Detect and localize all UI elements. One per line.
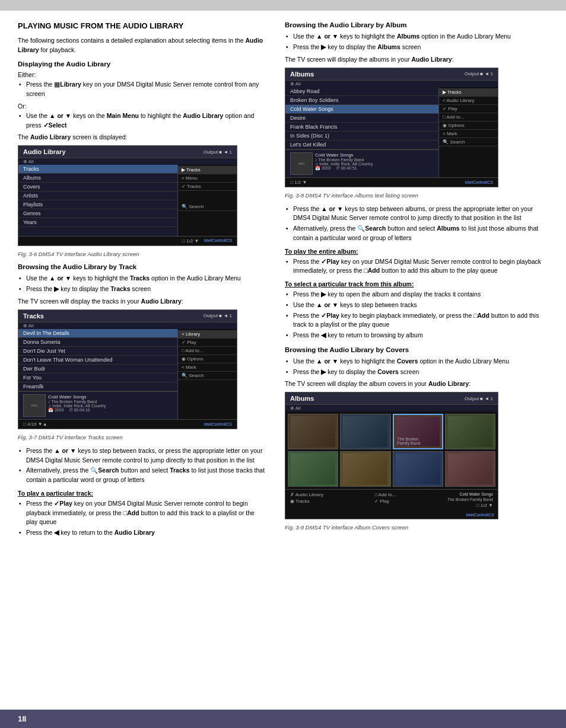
list-item: Alternatively, press the 🔍Search button … — [285, 224, 548, 243]
list-item[interactable]: Broken Boy Soldiers — [285, 96, 438, 105]
list-item[interactable]: Albums — [18, 174, 177, 183]
screen3-title: Albums — [290, 71, 314, 78]
fig1-caption: Fig. 3-6 DMS4 TV interface Audio Library… — [18, 251, 267, 257]
sidebar-item[interactable]: ◉ Options — [439, 122, 498, 130]
list-item: Press the ▶ key to display the Albums sc… — [285, 43, 548, 52]
list-item[interactable]: For You — [18, 373, 177, 382]
covers-section-title: Browsing the Audio Library by Covers — [285, 346, 548, 353]
sidebar-item[interactable]: < Menu — [178, 174, 237, 183]
covers-footer: ✗ Audio Library ◉ Tracks □ Add to... ✓ P… — [285, 489, 498, 510]
sidebar-item[interactable]: < Library — [178, 330, 237, 339]
sidebar-item[interactable]: < Mark — [178, 363, 237, 372]
list-item[interactable]: Abbey Road — [285, 87, 438, 96]
sidebar-item[interactable]: ▶ Tracks — [439, 88, 498, 97]
screen2-footer: □ 4/16 ▼▲ IntelControlICS — [18, 419, 237, 429]
list-item[interactable]: Desire — [285, 114, 438, 123]
list-item[interactable]: Covers — [18, 183, 177, 191]
sidebar-item[interactable]: ✓ Play — [439, 105, 498, 113]
screen1-sidebar: ▶ Tracks < Menu ✓ Tracks 🔍 Search — [177, 165, 237, 236]
list-item: Press the ▶ key to open the album and di… — [285, 290, 548, 299]
cover-item[interactable] — [288, 414, 338, 449]
list-item[interactable]: Playlists — [18, 200, 177, 209]
section-intro: The following sections contains a detail… — [18, 36, 267, 55]
albums-screen: Albums Output ■ ◄ 1 ⊕ All Abbey Road Bro… — [285, 68, 498, 187]
list-item: Press the ✓Play key on your DMS4 Digital… — [18, 499, 267, 527]
screen4-output: Output ■ ◄ 1 — [465, 396, 493, 401]
cover-item[interactable] — [445, 414, 495, 449]
list-item[interactable]: Years — [18, 218, 177, 227]
list-item[interactable]: Freamilk — [18, 382, 177, 391]
sidebar-item[interactable]: < Audio Library — [439, 97, 498, 105]
sidebar-item[interactable]: ◉ Options — [178, 355, 237, 363]
footer-item[interactable]: ✗ Audio Library — [290, 492, 323, 497]
screen3-footer: □ 1/2 ▼ IntelControlICS — [285, 177, 498, 187]
page-footer: 18 — [0, 710, 566, 728]
list-item[interactable]: Cold Water Songs — [285, 105, 438, 114]
screen3-sidebar: ▶ Tracks < Audio Library ✓ Play □ Add to… — [438, 87, 498, 177]
footer-cold-water: Cold Water Songs — [459, 492, 493, 496]
footer-nav: □ 1/2 ▼ — [476, 503, 493, 508]
cover-item[interactable]: The BrokenFamily Band — [393, 414, 443, 449]
cover-item[interactable] — [393, 451, 443, 487]
fig3-caption: Fig. 3-8 DMS4 TV interface Albums text l… — [285, 192, 548, 199]
album-art: IMG — [23, 394, 46, 417]
sidebar-search[interactable]: 🔍 Search — [439, 138, 498, 146]
sidebar-search[interactable]: 🔍 Search — [178, 203, 237, 211]
screen2-output: Output ■ ◄ 1 — [203, 313, 232, 318]
list-item[interactable]: Donna Sumeria — [18, 338, 177, 347]
screen2-list: Devil In The Details Donna Sumeria Don't… — [18, 329, 177, 419]
screen2-sidebar: < Library ✓ Play □ Add to... ◉ Options <… — [177, 329, 237, 419]
sidebar-item[interactable]: < Mark — [439, 130, 498, 138]
sidebar-search[interactable]: 🔍 Search — [178, 372, 237, 380]
list-item: Use the ▲ or ▼ keys on the Main Menu to … — [18, 111, 267, 130]
list-item[interactable]: Genres — [18, 209, 177, 218]
fig4-caption: Fig. 3-9 DMS4 TV interface Album Covers … — [285, 524, 548, 531]
sidebar-item[interactable]: ▶ Tracks — [178, 166, 237, 174]
screen2-brand: IntelControlICS — [204, 422, 232, 426]
list-item: Press the ▲ or ▼ keys to step between al… — [285, 205, 548, 223]
screen1-nav: □ 1/2 ▼ — [182, 238, 199, 244]
play-track-title: To play a particular track: — [18, 490, 267, 497]
footer-item[interactable]: ✓ Play — [374, 499, 396, 504]
screen2-nav: □ 4/16 ▼▲ — [23, 422, 47, 427]
screen4-title: Albums — [290, 395, 314, 402]
fig2-caption: Fig. 3-7 DMS4 TV interface Tracks screen — [18, 434, 267, 440]
screen4-brand: IntelControlICS — [466, 513, 494, 517]
list-item[interactable]: Let's Get Killed — [285, 141, 438, 149]
list-item[interactable]: Frank Black Francis — [285, 123, 438, 132]
page-container: PLAYING MUSIC FROM THE AUDIO LIBRARY The… — [0, 0, 566, 728]
screen1-output: Output ■ ◄ 1 — [203, 149, 232, 155]
right-column: Browsing the Audio Library by Album Use … — [285, 21, 548, 541]
list-item: Use the ▲ or ▼ keys to highlight the Tra… — [18, 274, 267, 283]
footer-item[interactable]: ◉ Tracks — [290, 499, 323, 504]
covers-screen: Albums Output ■ ◄ 1 ⊕ All The BrokenFami… — [285, 392, 498, 519]
list-item[interactable]: Don't Leave That Woman Unattended — [18, 356, 177, 365]
cover-item[interactable] — [340, 414, 390, 449]
list-item[interactable]: Dwr Budr — [18, 365, 177, 373]
sidebar-item[interactable]: □ Add to... — [439, 113, 498, 122]
list-item: Press the ◀ key to return to the Audio L… — [18, 528, 267, 538]
displaying-title: Displaying the Audio Library — [18, 60, 267, 68]
cover-item[interactable] — [445, 451, 495, 487]
list-item[interactable]: In Sides (Disc 1) — [285, 132, 438, 141]
list-item[interactable]: Don't Die Just Yet — [18, 347, 177, 356]
list-item[interactable]: Tracks — [18, 165, 177, 174]
footer-item[interactable]: □ Add to... — [374, 492, 396, 497]
list-item: Press the ▶ key to display the Tracks sc… — [18, 285, 267, 294]
play-album-title: To play the entire album: — [285, 248, 548, 255]
cover-item[interactable] — [340, 451, 390, 487]
list-item: Press the ✓Play key on your DMS4 Digital… — [285, 257, 548, 276]
cover-item[interactable] — [288, 451, 338, 487]
sidebar-item[interactable]: □ Add to... — [178, 347, 237, 355]
list-item: Alternatively, press the 🔍Search button … — [18, 466, 267, 485]
lib-icon: ▦ — [54, 81, 60, 88]
sidebar-item[interactable]: ✓ Play — [178, 339, 237, 347]
list-item: Press the ▦Library key on your DMS4 Digi… — [18, 80, 267, 99]
screen1-brand: IntelControlICS — [204, 238, 232, 244]
list-item[interactable]: Artists — [18, 191, 177, 200]
album-section-title: Browsing the Audio Library by Album — [285, 21, 548, 28]
list-item[interactable]: Devil In The Details — [18, 329, 177, 338]
list-item: Press the ▲ or ▼ keys to step between tr… — [18, 446, 267, 465]
sidebar-item[interactable]: ✓ Tracks — [178, 183, 237, 191]
displaying-bullets: Press the ▦Library key on your DMS4 Digi… — [18, 80, 267, 99]
